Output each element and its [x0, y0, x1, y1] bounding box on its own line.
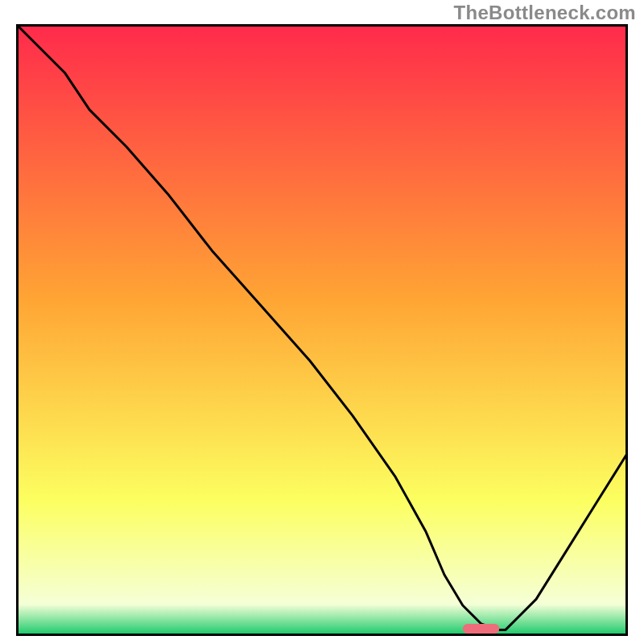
chart-container: TheBottleneck.com — [0, 0, 644, 644]
watermark-text: TheBottleneck.com — [454, 2, 636, 24]
heatmap-gradient-background — [18, 26, 627, 635]
target-marker-bar — [463, 624, 500, 634]
bottleneck-chart — [16, 24, 628, 636]
